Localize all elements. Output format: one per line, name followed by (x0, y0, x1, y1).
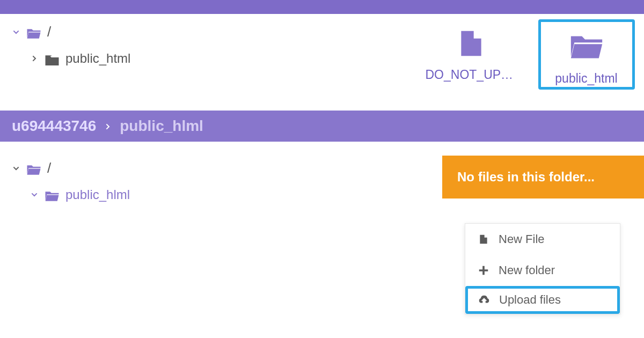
breadcrumb-current: public_hlml (120, 117, 203, 135)
tree-root-row[interactable]: / (12, 24, 401, 40)
root-slash: / (47, 24, 51, 40)
tree-child-row[interactable]: public_html (12, 51, 401, 66)
folder-open-icon (26, 26, 42, 39)
plus-icon (477, 264, 490, 277)
chevron-down-icon (30, 187, 39, 202)
folder-tree-bottom: / public_hlml (0, 150, 440, 212)
empty-folder-text: No files in this folder... (457, 170, 595, 185)
grid-item-folder-selected[interactable]: public_html (538, 19, 635, 90)
upload-icon (478, 293, 491, 306)
grid-file-label: DO_NOT_UPLO.. (426, 68, 517, 82)
chevron-right-icon (104, 117, 112, 135)
root-slash: / (47, 160, 51, 177)
chevron-right-icon (30, 51, 39, 66)
folder-closed-icon (44, 52, 60, 65)
breadcrumb-user[interactable]: u694443746 (12, 117, 96, 135)
menu-item-new-folder[interactable]: New folder (465, 255, 620, 286)
menu-label: New folder (499, 263, 555, 277)
folder-open-icon (44, 188, 60, 201)
tree-child-label: public_hlml (65, 187, 130, 202)
breadcrumb: u694443746 public_hlml (0, 111, 644, 142)
grid-folder-label: public_html (544, 71, 629, 86)
chevron-down-icon (12, 161, 20, 176)
file-icon (477, 233, 490, 246)
header-bar-top (0, 0, 644, 14)
menu-item-upload-files[interactable]: Upload files (465, 286, 620, 314)
tree-child-row[interactable]: public_hlml (12, 187, 428, 202)
menu-item-new-file[interactable]: New File (465, 224, 620, 255)
grid-item-file[interactable]: DO_NOT_UPLO.. (423, 19, 519, 82)
folder-tree-top: / public_html (0, 14, 413, 81)
folder-open-icon (544, 23, 629, 71)
file-icon (423, 19, 519, 68)
menu-label: Upload files (499, 293, 561, 307)
empty-folder-banner: No files in this folder... (442, 156, 644, 199)
menu-label: New File (499, 232, 545, 246)
tree-child-label: public_html (65, 51, 130, 66)
tree-root-row[interactable]: / (12, 160, 428, 177)
folder-open-icon (26, 162, 42, 175)
folder-grid: DO_NOT_UPLO.. public_html (413, 14, 644, 111)
chevron-down-icon (12, 25, 20, 40)
context-menu: New File New folder Upload files (465, 223, 620, 314)
